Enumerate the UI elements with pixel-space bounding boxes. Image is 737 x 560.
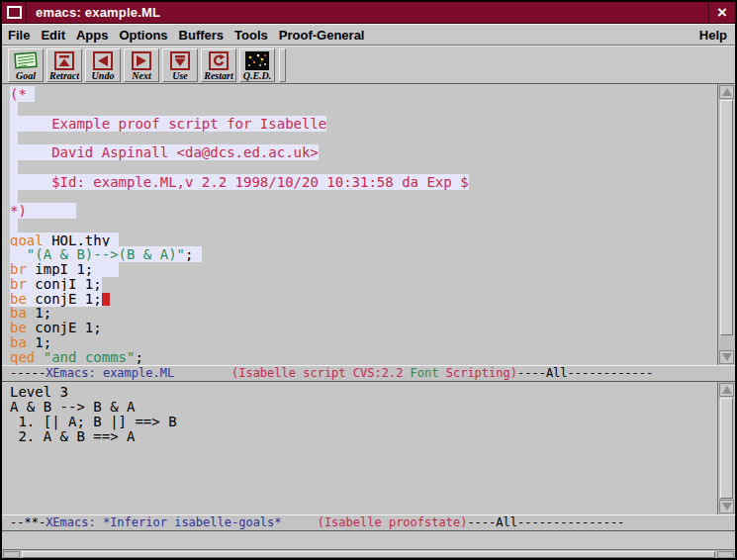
menu-item-tools[interactable]: Tools [234,28,268,43]
scrollbar-down-button[interactable] [719,500,734,513]
toolbar-button-next[interactable]: Next [124,48,159,82]
code-line: *) [10,204,717,219]
echo-area[interactable] [2,531,735,549]
script-scrollbar[interactable] [717,84,735,365]
menu-item-help[interactable]: Help [699,28,727,43]
menubar: File Edit Apps Options Buffers Tools Pro… [2,24,735,46]
modeline-mode-info: (Isabelle script CVS:2.2 [231,366,411,380]
window-icon [7,6,22,19]
system-menu-button[interactable] [2,2,27,23]
scrollbar-up-button[interactable] [719,383,734,397]
code-line: ba 1; [10,335,717,350]
menu-item-edit[interactable]: Edit [41,28,65,43]
code-token: conjE 1; [27,320,102,335]
arrow-up-icon [722,88,732,96]
toolbar-button-retract[interactable]: Retract [46,48,82,82]
modeline-buffer-name: XEmacs: example.ML [46,366,174,380]
toolbar: Goal Retract Undo [2,46,735,84]
hscroll-left-cap[interactable] [3,551,20,558]
modeline-segment: --**- [10,515,46,529]
script-buffer-window: (* Example proof script for Isabelle Dav… [2,84,735,365]
goals-line: 1. [| A; B |] ==> B [10,415,717,429]
code-token: goal [10,233,44,248]
code-line: br conjI 1; [10,277,717,292]
toolbar-button-undo[interactable]: Undo [85,48,121,82]
code-token: ba [10,305,27,321]
code-line: ba 1; [10,306,717,321]
menu-item-buffers[interactable]: Buffers [179,28,225,43]
code-token: David Aspinall <da@dcs.ed.ac.uk> [10,144,319,160]
scrollbar-thumb[interactable] [720,100,733,335]
code-token [10,159,18,175]
goals-buffer[interactable]: Level 3 A & B --> B & A 1. [| A; B |] ==… [2,382,717,514]
retract-icon [54,50,74,70]
code-line: be conjE 1; [10,321,717,335]
scrollbar-down-button[interactable] [719,350,734,364]
code-token: br [10,276,27,292]
modeline-segment: ----All------------ [517,366,653,380]
toolbar-separator [279,48,286,82]
script-buffer[interactable]: (* Example proof script for Isabelle Dav… [2,84,717,365]
toolbar-button-label: Use [172,70,188,81]
code-line: be conjE 1; [10,292,717,307]
toolbar-button-label: Restart [204,70,232,81]
code-line: br impI 1; [10,262,717,277]
horizontal-scrollbar[interactable] [2,549,735,559]
code-line [10,189,717,204]
menu-item-proof-general[interactable]: Proof-General [279,28,365,43]
toolbar-button-goal[interactable]: Goal [8,48,44,82]
modeline-buffer-name: XEmacs: *Inferior isabelle-goals* [46,515,281,529]
restart-icon [209,50,229,70]
undo-icon [93,50,113,70]
scrollbar-up-button[interactable] [719,85,734,99]
menu-item-apps[interactable]: Apps [76,28,109,43]
goals-line: Level 3 [10,385,717,400]
code-token: br [10,261,27,277]
modeline-script: -----XEmacs: example.ML (Isabelle script… [2,365,735,382]
toolbar-button-qed[interactable]: Q.E.D. [239,48,275,82]
code-token: "(A & B)-->(B & A)" [27,246,185,262]
toolbar-button-restart[interactable]: Restart [201,48,236,82]
code-line: (* [10,87,717,102]
scrollbar-thumb[interactable] [720,398,733,499]
close-icon: × [717,4,727,21]
titlebar: emacs: example.ML × [2,2,735,24]
toolbar-button-use[interactable]: Use [162,48,198,82]
toolbar-button-label: Undo [92,70,115,81]
next-icon [132,50,151,70]
code-line [10,219,717,233]
arrow-down-icon [722,503,732,511]
modeline-font-mode: Font [411,366,439,380]
xemacs-window: emacs: example.ML × File Edit Apps Optio… [0,0,737,560]
code-token: HOL.thy [44,233,119,248]
close-button[interactable]: × [708,2,735,23]
text-cursor [102,293,110,306]
toolbar-button-label: Retract [49,70,79,81]
goal-script-icon [14,50,38,70]
modeline-scripting-mode: Scripting) [439,366,517,380]
code-line: Example proof script for Isabelle [10,117,717,132]
goals-buffer-window: Level 3 A & B --> B & A 1. [| A; B |] ==… [2,382,735,514]
window-title: emacs: example.ML [27,5,708,20]
menu-item-options[interactable]: Options [119,28,167,43]
menu-item-file[interactable]: File [8,28,30,43]
code-token: *) [10,203,76,219]
code-token: conjE 1; [27,291,102,307]
modeline-segment: ----- [10,366,46,380]
qed-fireworks-icon [245,50,269,70]
goals-scrollbar[interactable] [717,382,735,514]
code-token: be [10,320,27,335]
code-line: "(A & B)-->(B & A)"; [10,247,717,262]
code-token [35,349,43,365]
hscroll-thumb[interactable] [22,551,715,558]
code-token: 1; [27,305,51,321]
code-line: goal HOL.thy [10,233,717,248]
toolbar-button-label: Goal [16,70,36,81]
modeline-mode-info: (Isabelle proofstate) [318,515,468,529]
code-token [10,188,18,204]
code-token: 1; [27,334,51,350]
hscroll-right-cap[interactable] [717,551,734,558]
arrow-down-icon [722,353,732,361]
goals-line: A & B --> B & A [10,400,717,415]
modeline-segment: ----All--------------- [467,515,624,529]
